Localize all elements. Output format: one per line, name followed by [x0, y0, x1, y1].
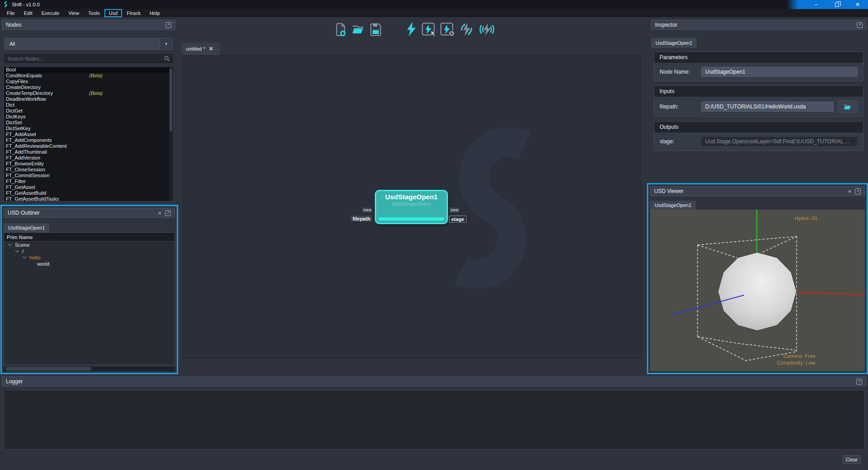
input-port-filepath[interactable]: filepath: [351, 216, 372, 222]
node-list-scroll-handle[interactable]: [170, 68, 172, 132]
prim-table-header: Prim Name: [4, 233, 175, 242]
dropdown-arrow-icon[interactable]: ▼: [160, 38, 172, 49]
menu-item-tools[interactable]: Tools: [84, 9, 104, 17]
node-list-item-ft_addthumbnail[interactable]: FT_AddThumbnail: [4, 149, 173, 155]
node-graph-canvas[interactable]: UsdStageOpen1 (UsdStageOpen) >>> filepat…: [183, 55, 641, 358]
close-button[interactable]: ✕: [847, 0, 868, 9]
menu-item-edit[interactable]: Edit: [19, 9, 37, 17]
logger-float-icon[interactable]: ↗: [856, 379, 862, 385]
node-item-label: FT_AddVersion: [6, 155, 40, 160]
viewer-float-icon[interactable]: ↗: [855, 188, 861, 194]
outliner-close-icon[interactable]: ×: [158, 210, 161, 216]
filepath-input[interactable]: [701, 102, 834, 112]
execute-from-selected-icon[interactable]: [440, 21, 455, 38]
menu-item-file[interactable]: File: [2, 9, 19, 17]
node-list-item-dictset[interactable]: DictSet: [4, 120, 173, 126]
open-graph-icon[interactable]: [351, 23, 365, 37]
node-list-item-copyfiles[interactable]: CopyFiles: [4, 79, 173, 85]
node-item-label: FT_AddReviewableContent: [6, 143, 67, 149]
stage-label: stage:: [660, 138, 701, 145]
node-list-item-createtempdirectory[interactable]: CreateTempDirectory(Beta): [4, 90, 173, 96]
node-item-label: FT_CloseSession: [6, 167, 45, 172]
hud-renderer: Hydra: GL: [795, 216, 818, 221]
chevron-down-icon[interactable]: [8, 242, 12, 246]
node-list-item-ft_browseentity[interactable]: FT_BrowseEntity: [4, 161, 173, 167]
node-name-input[interactable]: [701, 67, 858, 77]
live-execution-icon[interactable]: [478, 21, 496, 38]
restore-button[interactable]: [826, 0, 847, 9]
node-list-item-ft_addasset[interactable]: FT_AddAsset: [4, 132, 173, 137]
graph-tab-close-icon[interactable]: ✕: [209, 46, 213, 52]
output-port-arrows[interactable]: >>>: [449, 207, 460, 213]
execute-selected-icon[interactable]: [421, 21, 437, 38]
browse-file-button[interactable]: [838, 101, 858, 113]
node-item-label: DeadlineWorkflow: [6, 96, 46, 102]
node-list-item-dictkeys[interactable]: DictKeys: [4, 114, 173, 120]
graph-tab-label: untitled *: [186, 46, 205, 52]
menu-item-execute[interactable]: Execute: [37, 9, 64, 17]
outliner-tab[interactable]: UsdStageOpen1: [4, 223, 49, 232]
chevron-down-icon[interactable]: [15, 249, 19, 252]
graph-tab-untitled[interactable]: untitled * ✕: [182, 42, 220, 55]
logger-header: Logger ↗: [2, 376, 866, 386]
execute-graph-icon[interactable]: [405, 21, 418, 38]
node-category-dropdown[interactable]: All ▼: [5, 38, 173, 50]
node-item-label: FT_BrowseEntity: [6, 161, 44, 166]
menu-item-help[interactable]: Help: [145, 9, 165, 17]
prim-tree-item-world[interactable]: world: [4, 261, 175, 267]
node-list-item-ft_addcomponents[interactable]: FT_AddComponents: [4, 137, 173, 143]
node-list-item-ft_getasset[interactable]: FT_GetAsset: [4, 184, 173, 190]
node-usdstageopen1[interactable]: UsdStageOpen1 (UsdStageOpen): [375, 190, 448, 224]
viewer-viewport[interactable]: Hydra: GL Camera: Free Complexity: Low: [650, 210, 865, 371]
outliner-hscrollbar[interactable]: [4, 367, 175, 371]
node-list-item-dictsetkey[interactable]: DictSetKey: [4, 126, 173, 132]
node-list-item-ft_getassetbuildtasks[interactable]: FT_GetAssetBuildTasks: [4, 196, 173, 202]
chevron-down-icon[interactable]: [23, 255, 26, 258]
prim-tree: Scene/helloworld: [4, 242, 175, 267]
reset-and-execute-icon[interactable]: [458, 21, 475, 38]
clear-log-button[interactable]: Clear: [843, 455, 861, 464]
prim-label: /: [22, 249, 24, 254]
nodes-float-icon[interactable]: ↗: [165, 22, 171, 28]
prim-tree-item-Scene[interactable]: Scene: [4, 242, 175, 248]
node-list-item-ft_commitsession[interactable]: FT_CommitSession: [4, 173, 173, 179]
node-list-scrollbar[interactable]: [169, 67, 173, 201]
node-item-label: DictSetKey: [6, 126, 30, 131]
node-list-item-bool[interactable]: Bool: [4, 67, 173, 73]
node-list-item-ft_addversion[interactable]: FT_AddVersion: [4, 155, 173, 161]
inspector-float-icon[interactable]: ↗: [857, 22, 863, 28]
node-item-label: CopyFiles: [6, 79, 28, 84]
outliner-hscroll-handle[interactable]: [5, 367, 91, 371]
inspector-tab[interactable]: UsdStageOpen1: [651, 38, 697, 48]
node-list-item-ft_filter[interactable]: FT_Filter: [4, 179, 173, 184]
node-list-item-dictget[interactable]: DictGet: [4, 108, 173, 114]
save-graph-icon[interactable]: [369, 23, 382, 37]
prim-label: world: [37, 261, 49, 267]
viewer-close-icon[interactable]: ×: [848, 188, 851, 194]
node-list-item-ft_closesession[interactable]: FT_CloseSession: [4, 167, 173, 173]
node-type-label: (UsdStageOpen): [376, 201, 447, 207]
menu-item-ftrack[interactable]: Ftrack: [122, 9, 145, 17]
prim-tree-item-hello[interactable]: hello: [4, 254, 175, 261]
node-list-item-ft_addreviewablecontent[interactable]: FT_AddReviewableContent: [4, 143, 173, 149]
node-search-input[interactable]: [5, 56, 164, 61]
node-item-label: ConditionEquals: [6, 73, 42, 78]
menu-item-view[interactable]: View: [64, 9, 84, 17]
node-item-label: DictGet: [6, 108, 23, 113]
usd-outliner-panel: USD Outliner × ↗ UsdStageOpen1 Prim Name…: [0, 205, 178, 374]
prim-label: hello: [29, 255, 40, 260]
menu-item-usd[interactable]: Usd: [104, 9, 123, 17]
node-list-item-dict[interactable]: Dict: [4, 102, 173, 108]
outliner-float-icon[interactable]: ↗: [165, 210, 171, 216]
app-logo-icon: [3, 1, 8, 9]
minimize-button[interactable]: –: [806, 0, 826, 9]
node-list-item-ft_getassetbuild[interactable]: FT_GetAssetBuild: [4, 190, 173, 196]
node-list-item-deadlineworkflow[interactable]: DeadlineWorkflow: [4, 96, 173, 102]
node-list-item-createdirectory[interactable]: CreateDirectory: [4, 85, 173, 90]
prim-tree-item-[interactable]: /: [4, 248, 175, 254]
viewer-tab[interactable]: UsdStageOpen1: [650, 201, 696, 210]
new-graph-icon[interactable]: [335, 23, 347, 37]
node-list-item-conditionequals[interactable]: ConditionEquals(Beta): [4, 73, 173, 79]
output-port-stage[interactable]: stage: [449, 216, 467, 223]
input-port-arrows[interactable]: >>>: [362, 207, 373, 213]
